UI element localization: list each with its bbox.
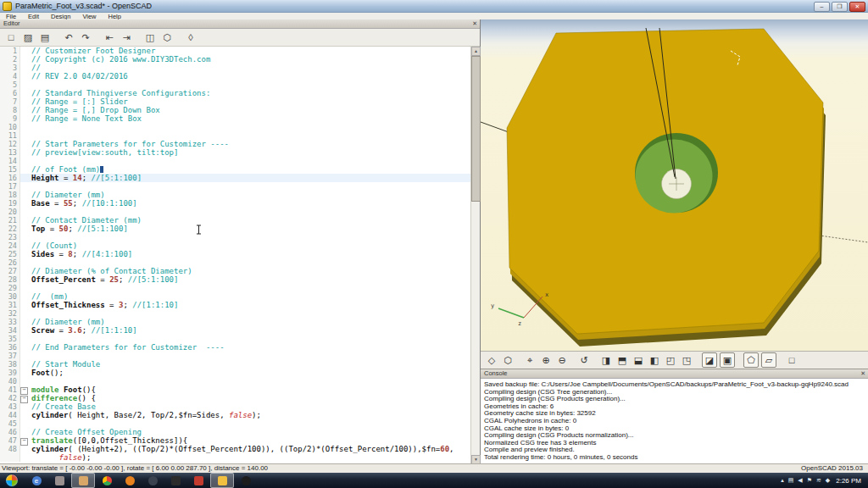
minimize-button[interactable]: – [814,2,830,12]
code-editor[interactable]: 1// Customizer Foot Designer2// Copyrigh… [0,47,471,464]
editor-close-icon[interactable]: ✕ [472,20,477,27]
orthogonal-icon: ▱ [765,355,772,366]
code-text: // Contact Diameter (mm) [28,216,142,225]
redo-button[interactable]: ↷ [78,30,93,44]
taskbar-clock[interactable]: 2:26 PM [836,477,861,485]
line-number: 16 [0,174,20,182]
editor-panel-header[interactable]: Editor ✕ [0,19,480,29]
view-back-button[interactable]: ◳ [680,353,693,367]
zoom-in-button[interactable]: ⊕ [539,353,553,367]
code-line: 18// Diameter (mm) [0,191,471,199]
code-line: 42−difference() { [0,394,471,402]
render-button[interactable]: ⬡ [501,353,515,367]
view-front-button[interactable]: ◰ [664,353,677,367]
view-left-button[interactable]: ◧ [648,353,661,367]
scroll-thumb[interactable] [471,56,481,202]
fold-marker-icon[interactable]: − [20,436,28,445]
reset-view-button[interactable]: ↺ [577,353,591,367]
view-diagonal-button[interactable]: ◪ [702,352,717,368]
taskbar-item-photo-viewer[interactable] [164,474,186,487]
line-number: 19 [0,199,20,208]
taskbar-item-settings-app[interactable] [235,474,257,487]
console-output[interactable]: Saved backup file: C:/Users/Joe Campbell… [481,379,868,464]
view-diagonal-icon: ◪ [705,355,714,366]
openscad-icon [218,476,227,485]
title-bar[interactable]: ParaMetric_Foot_v3.scad* - OpenSCAD – ❐ … [0,0,868,13]
taskbar-item-kodi[interactable] [187,474,209,487]
close-button[interactable]: ✕ [849,2,865,12]
code-text: Base = 55; //[10:1:100] [28,199,137,208]
line-number: 12 [0,140,20,148]
taskbar-item-chrome[interactable] [96,474,118,487]
fold-margin [20,47,28,55]
maximize-button[interactable]: ❐ [832,2,848,12]
export-stl-button[interactable]: ◊ [183,30,198,44]
code-line: 46// Create Offset Opening [0,428,471,436]
view-center-button[interactable]: ▣ [720,352,735,368]
perspective-button[interactable]: ⬠ [743,352,759,368]
file-explorer-icon [79,476,88,485]
code-line: 40 [0,377,471,385]
fold-marker-icon[interactable]: − [20,394,28,402]
fold-margin [20,97,28,106]
editor-scrollbar[interactable]: ▲ ▼ [470,47,480,464]
save-file-button[interactable]: ▤ [37,30,53,44]
y-axis-label: y [491,302,494,309]
security-icon[interactable]: ⚑ [807,477,812,484]
editor-panel-title: Editor [3,19,20,27]
console-panel-title: Console [484,369,508,377]
taskbar-item-file-explorer[interactable] [71,473,95,488]
render-button[interactable]: ⬡ [159,30,175,44]
fold-margin [20,191,28,199]
code-text: // End Parameters for for Customizer ---… [28,343,225,352]
fold-marker-icon[interactable]: − [20,385,28,394]
console-close-icon[interactable]: ✕ [860,370,865,377]
taskbar-item-media-player[interactable] [119,474,141,487]
fold-margin [20,258,28,267]
drive-icon[interactable]: ◆ [826,477,830,484]
line-number: 14 [0,157,20,165]
taskbar-item-internet-explorer[interactable]: e [25,474,47,487]
start-button[interactable] [5,474,19,487]
taskbar-item-openscad[interactable] [210,473,234,488]
new-file-icon: □ [8,32,14,42]
line-number: 47 [0,436,20,445]
unindent-button[interactable]: ⇤ [102,30,117,44]
3d-viewport[interactable]: x y z [481,19,868,351]
fold-margin [20,80,28,89]
taskbar-item-remote-desktop[interactable] [48,474,70,487]
code-line: 41−module Foot(){ [0,385,471,394]
open-file-button[interactable]: ▨ [20,30,36,44]
code-line: 7// Range = [:] Slider [0,97,471,106]
view-right-button[interactable]: ◨ [599,353,613,367]
viewport-toolbar: ◇⬡⌖⊕⊖↺◨⬒⬓◧◰◳◪▣⬠▱□ [481,351,868,369]
console-panel-header[interactable]: Console ✕ [481,369,868,379]
view-top-button[interactable]: ⬒ [615,353,629,367]
line-number: 18 [0,191,20,199]
preview-button[interactable]: ◫ [142,30,158,44]
indent-button[interactable]: ⇥ [119,30,134,44]
code-line: 16Height = 14; //[5:1:100] [0,174,471,182]
code-text: // Create Base [28,402,96,411]
new-file-button[interactable]: □ [3,30,19,44]
taskbar-item-clock-app[interactable] [142,474,164,487]
line-number: 13 [0,148,20,157]
fold-margin [20,241,28,250]
line-number: 1 [0,47,20,55]
zoom-out-button[interactable]: ⊖ [555,353,569,367]
code-text [28,131,31,140]
zoom-all-button[interactable]: ⌖ [523,353,537,367]
show-hidden-icons[interactable]: ▴ [781,477,784,484]
render-icon: ⬡ [504,355,512,366]
display-icon[interactable]: ▤ [788,477,794,484]
preview-button[interactable]: ◇ [485,353,498,367]
code-text: // Create Offset Opening [28,428,142,436]
orthogonal-button[interactable]: ▱ [761,352,776,368]
fold-margin [20,64,28,72]
scroll-up-icon[interactable]: ▲ [471,47,481,56]
undo-button[interactable]: ↶ [61,30,76,44]
show-scale-markers-button[interactable]: □ [785,353,798,367]
volume-icon[interactable]: ◀ [798,477,802,484]
view-bottom-button[interactable]: ⬓ [632,353,645,367]
network-icon[interactable]: ≋ [816,477,821,484]
